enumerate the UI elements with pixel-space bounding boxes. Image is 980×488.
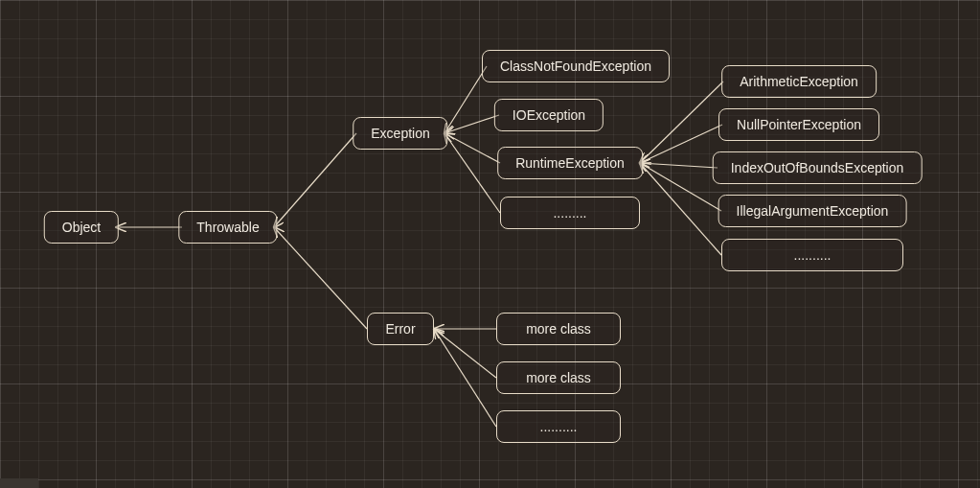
node-err_dots[interactable]: .......... [496,410,621,443]
edge-cnfe-exception [444,66,487,133]
node-exc_dots[interactable]: ......... [500,197,640,229]
node-err2[interactable]: more class [496,361,621,394]
edge-err_dots-error [434,329,496,427]
edge-ae-rte [640,81,723,163]
node-exception[interactable]: Exception [353,117,447,150]
node-object[interactable]: Object [44,211,119,244]
edge-ioobe-rte [640,163,718,168]
edge-rte_dots-rte [640,163,721,255]
edge-rte-exception [444,133,500,163]
node-iae[interactable]: IllegalArgumentException [718,195,907,227]
edge-ioe-exception [444,115,499,133]
node-ae[interactable]: ArithmeticException [721,65,877,98]
node-npe[interactable]: NullPointerException [718,108,879,141]
edge-iae-rte [640,163,721,211]
node-throwable[interactable]: Throwable [178,211,277,244]
edge-npe-rte [640,125,722,163]
node-rte[interactable]: RuntimeException [497,147,643,179]
edge-exception-throwable [274,133,356,227]
node-cnfe[interactable]: ClassNotFoundException [482,50,670,82]
edge-error-throwable [274,227,367,329]
node-rte_dots[interactable]: .......... [721,239,903,271]
node-ioobe[interactable]: IndexOutOfBoundsException [713,151,923,184]
node-ioe[interactable]: IOException [494,99,604,131]
edge-exc_dots-exception [444,133,500,213]
edge-err2-error [434,329,496,378]
node-error[interactable]: Error [367,313,434,345]
footer-bar [0,478,38,488]
node-err1[interactable]: more class [496,313,621,345]
